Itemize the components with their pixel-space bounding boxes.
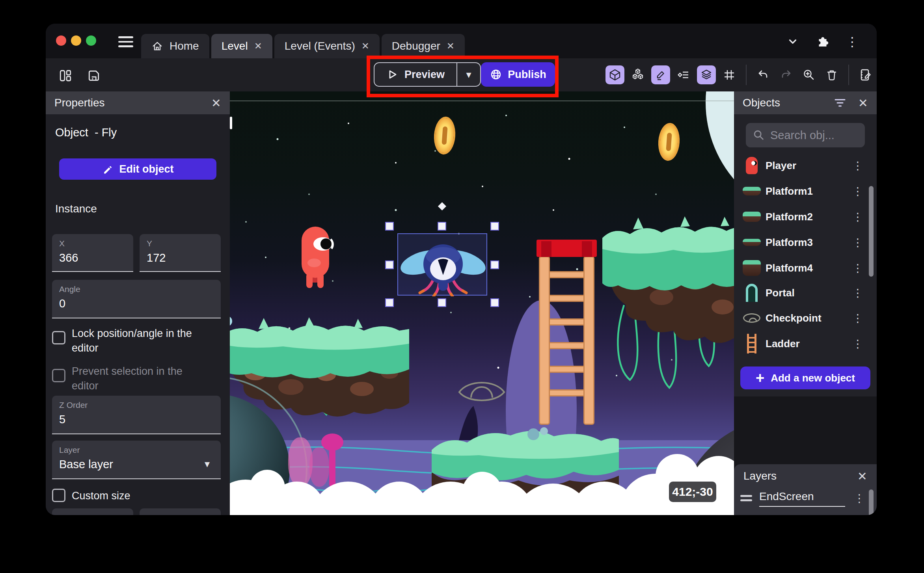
layers-header: Layers ✕ (734, 467, 877, 486)
trash-icon[interactable] (822, 65, 841, 84)
close-window-button[interactable] (56, 35, 66, 46)
grid-icon[interactable] (720, 65, 739, 84)
edit-mode-pencil-icon[interactable] (651, 65, 670, 84)
layer-name: UI (759, 514, 845, 515)
save-icon[interactable] (84, 66, 103, 85)
cursor-coordinates-badge: 412;-30 (669, 482, 716, 502)
instances-list-icon[interactable] (674, 65, 693, 84)
selection-handle[interactable] (438, 222, 446, 231)
redo-icon[interactable] (777, 65, 795, 84)
maximize-window-button[interactable] (86, 35, 96, 46)
search-box[interactable] (746, 123, 865, 147)
filter-icon[interactable] (834, 98, 846, 108)
selection-handle[interactable] (385, 222, 394, 231)
layer-dropdown[interactable]: Layer Base layer ▾ (52, 441, 221, 479)
kebab-menu-icon[interactable]: ⋮ (854, 492, 865, 505)
tab-close-icon[interactable]: ✕ (447, 41, 455, 52)
kebab-menu-icon[interactable]: ⋮ (852, 210, 863, 223)
tab-close-icon[interactable]: ✕ (361, 41, 369, 52)
toolbar: Preview ▾ Publish (46, 58, 877, 91)
object-name: Platform3 (766, 236, 813, 249)
tab-label: Level (Events) (285, 40, 355, 52)
object-row-ladder[interactable]: Ladder ⋮ (734, 331, 877, 356)
open-panels-layout-icon[interactable] (56, 66, 75, 85)
add-object-button[interactable]: + Add a new object (740, 366, 870, 389)
angle-label: Angle (59, 285, 214, 294)
selection-handle[interactable] (490, 260, 499, 269)
close-icon[interactable]: ✕ (857, 469, 867, 483)
objects-scrollbar[interactable] (869, 186, 874, 277)
selection-handle[interactable] (385, 298, 394, 307)
z-order-value: 5 (59, 413, 214, 426)
object-row-checkpoint[interactable]: Checkpoint ⋮ (734, 305, 877, 331)
object-name: Ladder (766, 338, 800, 350)
kebab-menu-icon[interactable]: ⋮ (852, 337, 863, 350)
ladder-object[interactable] (537, 240, 597, 425)
angle-field[interactable]: Angle 0 (52, 280, 221, 318)
drag-handle-icon[interactable] (740, 495, 752, 501)
tab-label: Home (170, 40, 199, 52)
publish-button[interactable]: Publish (481, 62, 555, 87)
kebab-menu-icon[interactable]: ⋮ (852, 185, 863, 198)
prevent-selection-checkbox[interactable] (52, 369, 65, 382)
tab-level[interactable]: Level ✕ (211, 34, 272, 58)
tab-label: Debugger (392, 40, 440, 52)
selection-handle[interactable] (438, 298, 446, 307)
zoom-in-icon[interactable] (799, 65, 818, 84)
toggle-3d-view-icon[interactable] (605, 65, 624, 84)
object-row-platform3[interactable]: Platform3 ⋮ (734, 230, 877, 255)
object-row-platform2[interactable]: Platform2 ⋮ (734, 204, 877, 229)
extensions-puzzle-icon[interactable] (815, 34, 830, 49)
scene-canvas[interactable]: 412;-30 (230, 91, 734, 515)
kebab-menu-icon[interactable]: ⋮ (852, 262, 863, 275)
edit-object-button[interactable]: Edit object (59, 158, 216, 180)
layer-label: Layer (59, 445, 214, 455)
tab-home[interactable]: Home (141, 34, 209, 58)
kebab-menu-icon[interactable]: ⋮ (852, 286, 863, 300)
hamburger-menu-icon[interactable] (118, 36, 133, 47)
tab-close-icon[interactable]: ✕ (254, 41, 262, 52)
tab-level-events[interactable]: Level (Events) ✕ (274, 34, 380, 58)
lock-position-checkbox[interactable] (52, 331, 65, 344)
player-object[interactable] (298, 223, 335, 290)
stars-decoration (230, 91, 231, 92)
y-field[interactable]: Y 172 (140, 234, 221, 272)
layer-name: EndScreen (759, 490, 845, 507)
layer-row-ui[interactable]: UI ⋮ (734, 511, 877, 515)
layers-icon[interactable] (697, 65, 716, 84)
platform4-thumbnail (743, 258, 761, 278)
object-name: Portal (766, 287, 795, 299)
close-icon[interactable]: ✕ (858, 96, 868, 110)
kebab-menu-icon[interactable]: ⋮ (852, 312, 863, 325)
object-row-platform4[interactable]: Platform4 ⋮ (734, 255, 877, 281)
object-name: Player (766, 160, 796, 172)
undo-icon[interactable] (754, 65, 773, 84)
checkpoint-thumbnail (743, 308, 761, 328)
kebab-menu-icon[interactable]: ⋮ (852, 236, 863, 249)
layer-row-endscreen[interactable]: EndScreen ⋮ (734, 487, 877, 511)
custom-size-checkbox[interactable] (52, 489, 65, 502)
scene-notes-edit-icon[interactable] (856, 65, 875, 84)
close-icon[interactable]: ✕ (211, 96, 221, 110)
z-order-field[interactable]: Z Order 5 (52, 396, 221, 434)
tab-debugger[interactable]: Debugger ✕ (382, 34, 465, 58)
kebab-menu-icon[interactable]: ⋮ (852, 159, 863, 172)
layers-scrollbar[interactable] (869, 489, 874, 515)
preview-button[interactable]: Preview (374, 63, 457, 86)
x-field[interactable]: X 366 (52, 234, 133, 272)
preview-dropdown-caret[interactable]: ▾ (457, 63, 480, 86)
platform-island-topright[interactable] (602, 191, 734, 411)
toolbar-divider (746, 65, 747, 85)
object-row-portal[interactable]: Portal ⋮ (734, 280, 877, 305)
selection-handle[interactable] (490, 222, 499, 231)
kebab-menu-icon[interactable]: ⋮ (846, 34, 859, 49)
object-row-player[interactable]: Player ⋮ (734, 153, 877, 178)
selection-handle[interactable] (385, 260, 394, 269)
chevron-down-icon[interactable] (786, 35, 799, 48)
selection-handle[interactable] (490, 298, 499, 307)
minimize-window-button[interactable] (71, 35, 81, 46)
selected-fly-instance[interactable] (397, 233, 487, 296)
object-row-platform1[interactable]: Platform1 ⋮ (734, 179, 877, 204)
objects-cubes-icon[interactable] (628, 65, 647, 84)
search-input[interactable] (770, 129, 857, 142)
